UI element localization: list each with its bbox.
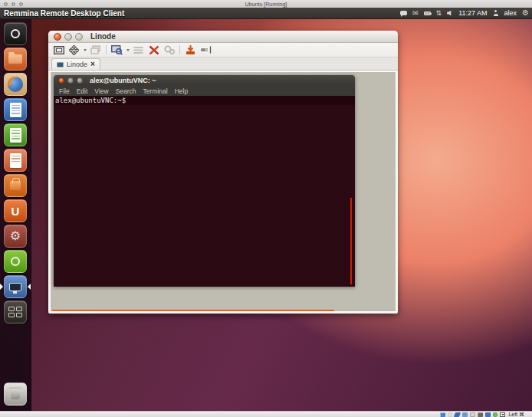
display-icon[interactable] xyxy=(478,412,483,417)
terminal-minimize-button[interactable] xyxy=(67,77,74,84)
terminal-maximize-button[interactable] xyxy=(77,77,83,84)
tab-close-icon[interactable]: × xyxy=(90,61,95,68)
shell-prompt: alex@ubuntuVNC:~$ xyxy=(55,97,126,104)
top-panel: Remmina Remote Desktop Client ✉ ⇅ 11:27 … xyxy=(0,8,532,19)
terminal-menubar: File Edit View Search Terminal Help xyxy=(54,86,355,96)
impress-presentation-icon xyxy=(10,153,21,168)
remmina-toolbar xyxy=(48,43,398,57)
hostkey-icon xyxy=(500,412,505,417)
ubuntu-logo-icon xyxy=(11,29,20,38)
folder-icon xyxy=(8,54,22,64)
chevron-down-icon[interactable] xyxy=(84,49,87,51)
ubuntu-one-icon: U xyxy=(11,205,20,217)
terminal-body[interactable]: alex@ubuntuVNC:~$ xyxy=(54,96,355,287)
cd-icon[interactable] xyxy=(448,412,452,417)
terminal-titlebar[interactable]: alex@ubuntuVNC: ~ xyxy=(54,75,355,86)
desktop-wallpaper: Linode xyxy=(0,19,532,411)
remmina-titlebar[interactable]: Linode xyxy=(48,31,398,43)
menu-search[interactable]: Search xyxy=(116,87,136,95)
prompt-row: alex@ubuntuVNC:~$ xyxy=(54,96,355,105)
window-title: Linode xyxy=(90,32,116,41)
menu-file[interactable]: File xyxy=(59,87,70,95)
vnc-artifact-orange-line xyxy=(52,310,334,311)
launcher-item-workspace-switcher[interactable] xyxy=(4,300,27,323)
scaled-mode-icon[interactable] xyxy=(110,44,123,56)
menu-edit[interactable]: Edit xyxy=(77,87,88,95)
indicator-area: ✉ ⇅ 11:27 AM alex ⚙ xyxy=(400,9,529,17)
chevron-down-icon[interactable] xyxy=(126,49,130,51)
message-icon[interactable] xyxy=(400,11,407,15)
shopping-bag-icon xyxy=(10,181,21,190)
vbox-window-title: Ubuntu [Running] xyxy=(0,2,532,7)
clock[interactable]: 11:27 AM xyxy=(458,9,487,17)
toolbar-separator xyxy=(179,45,180,54)
close-button[interactable] xyxy=(54,33,61,41)
launcher-item-software-center[interactable] xyxy=(4,174,27,197)
launcher-item-ubuntu-one[interactable]: U xyxy=(4,199,27,222)
terminal-title: alex@ubuntuVNC: ~ xyxy=(90,77,156,84)
ubuntu-logo-icon xyxy=(11,257,20,266)
volume-icon[interactable] xyxy=(447,11,453,16)
grab-keyboard-icon[interactable] xyxy=(132,44,145,56)
shared-folders-icon[interactable] xyxy=(470,412,475,417)
tab-linode[interactable]: Linode × xyxy=(51,58,100,70)
vbox-statusbar: Left ⌘ xyxy=(0,411,532,417)
workspace-grid-icon xyxy=(8,307,22,317)
plug-icon[interactable] xyxy=(199,44,212,56)
launcher-item-trash[interactable] xyxy=(4,383,27,406)
panel-app-title: Remmina Remote Desktop Client xyxy=(4,9,124,18)
focused-app-arrow-icon xyxy=(28,284,31,290)
launcher-item-software-updater[interactable] xyxy=(4,250,27,273)
menu-view[interactable]: View xyxy=(94,87,108,95)
maximize-button[interactable] xyxy=(75,33,83,41)
toolbar-separator xyxy=(106,45,107,54)
vbox-titlebar: Ubuntu [Running] xyxy=(0,0,532,8)
launcher-item-remmina[interactable] xyxy=(4,275,27,298)
vnc-viewport[interactable]: alex@ubuntuVNC: ~ File Edit View Search … xyxy=(50,71,396,312)
battery-icon[interactable] xyxy=(424,11,431,15)
switch-tab-icon[interactable] xyxy=(89,44,102,56)
screen: Ubuntu [Running] Remmina Remote Desktop … xyxy=(0,0,532,417)
harddisk-icon[interactable] xyxy=(440,412,445,417)
tools-icon[interactable] xyxy=(147,44,160,56)
network-icon[interactable]: ⇅ xyxy=(436,10,442,17)
launcher-item-writer[interactable] xyxy=(4,98,27,121)
minimize-button[interactable] xyxy=(64,33,72,41)
remmina-icon xyxy=(9,283,21,291)
launcher-item-system-settings[interactable]: ⚙ xyxy=(4,225,27,248)
session-gear-icon[interactable]: ⚙ xyxy=(522,9,529,17)
user-icon[interactable] xyxy=(493,10,499,16)
mail-icon[interactable]: ✉ xyxy=(412,10,419,17)
firefox-icon xyxy=(8,77,23,92)
launcher-item-dash[interactable] xyxy=(4,22,27,45)
features-icon[interactable] xyxy=(493,412,498,417)
menu-terminal[interactable]: Terminal xyxy=(143,87,168,95)
terminal-window: alex@ubuntuVNC: ~ File Edit View Search … xyxy=(54,75,355,287)
launcher-item-home-folder[interactable] xyxy=(4,48,27,71)
launcher-item-calc[interactable] xyxy=(4,123,27,146)
keystrokes-icon[interactable] xyxy=(163,44,176,56)
trash-icon xyxy=(11,389,20,399)
disconnect-icon[interactable] xyxy=(184,44,197,56)
menu-help[interactable]: Help xyxy=(175,87,188,95)
fit-window-icon[interactable] xyxy=(67,44,80,56)
tab-label: Linode xyxy=(67,61,87,68)
launcher-item-impress[interactable] xyxy=(4,149,27,172)
fullscreen-icon[interactable] xyxy=(52,44,65,56)
username-label[interactable]: alex xyxy=(504,9,517,17)
remote-screen-icon xyxy=(57,62,64,67)
remmina-window: Linode xyxy=(48,31,398,314)
unity-launcher: U ⚙ xyxy=(0,19,31,411)
running-app-arrow-icon xyxy=(0,284,3,290)
gear-icon: ⚙ xyxy=(10,230,21,242)
remmina-tabbar: Linode × xyxy=(48,57,398,71)
usb-icon[interactable] xyxy=(462,412,468,417)
terminal-close-button[interactable] xyxy=(58,77,64,84)
writer-document-icon xyxy=(10,103,21,117)
vnc-artifact-red-line xyxy=(350,198,352,284)
video-capture-icon[interactable] xyxy=(485,412,491,417)
launcher-item-firefox[interactable] xyxy=(4,73,27,96)
hostkey-label: Left ⌘ xyxy=(508,412,524,417)
network-adapter-icon[interactable] xyxy=(454,412,461,417)
calc-spreadsheet-icon xyxy=(10,128,21,143)
